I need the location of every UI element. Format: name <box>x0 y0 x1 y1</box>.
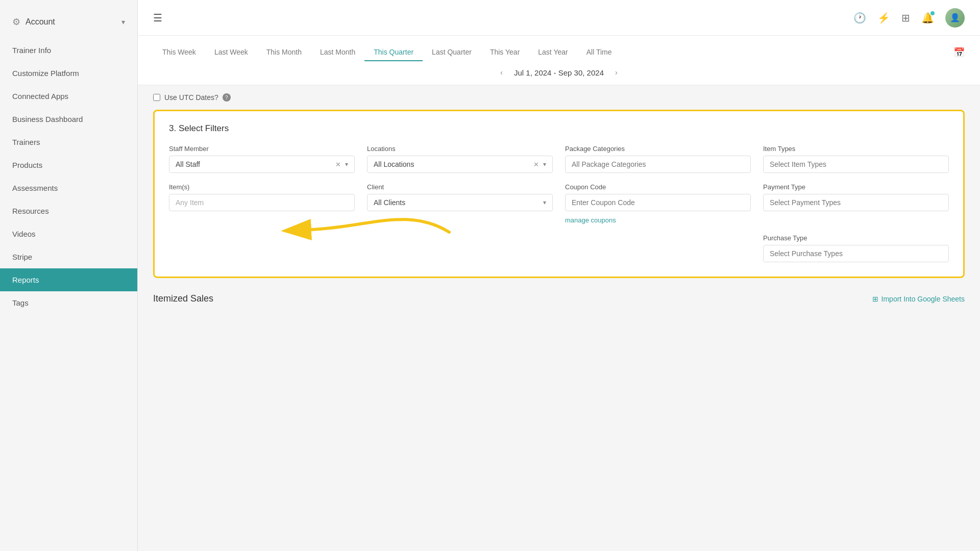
lightning-icon[interactable]: ⚡ <box>877 12 890 24</box>
locations-label: Locations <box>367 145 553 153</box>
item-types-label: Item Types <box>763 145 949 153</box>
purchase-type-field: Purchase Type <box>763 234 949 262</box>
coupon-code-field: Coupon Code manage coupons <box>565 183 751 224</box>
gear-icon: ⚙ <box>12 16 20 28</box>
tab-this-month[interactable]: This Month <box>257 44 311 61</box>
topbar-right: 🕐 ⚡ ⊞ 🔔 👤 <box>853 8 965 28</box>
prev-date-arrow[interactable]: ‹ <box>497 66 506 79</box>
coupon-code-input[interactable] <box>565 194 751 211</box>
calendar-icon[interactable]: 📅 <box>953 47 965 58</box>
grid-icon[interactable]: ⊞ <box>901 12 910 24</box>
locations-field: Locations All Locations ✕ ▾ <box>367 145 553 173</box>
staff-member-clear-icon[interactable]: ✕ <box>335 161 341 168</box>
date-range-text: Jul 1, 2024 - Sep 30, 2024 <box>514 68 604 77</box>
sidebar-item-connected-apps[interactable]: Connected Apps <box>0 85 137 108</box>
filter-section: 3. Select Filters Staff Member All Staff… <box>153 110 965 278</box>
tab-this-quarter[interactable]: This Quarter <box>364 44 423 61</box>
tab-this-week[interactable]: This Week <box>153 44 205 61</box>
sidebar-item-trainer-info[interactable]: Trainer Info <box>0 39 137 62</box>
table-icon: ⊞ <box>872 295 878 303</box>
avatar[interactable]: 👤 <box>945 8 965 28</box>
utc-section: Use UTC Dates? ? <box>138 85 980 110</box>
client-value: All Clients <box>374 198 539 207</box>
sidebar-item-videos[interactable]: Videos <box>0 222 137 245</box>
package-categories-label: Package Categories <box>565 145 751 153</box>
bottom-section: Itemized Sales ⊞ Import Into Google Shee… <box>138 288 980 309</box>
hamburger-icon[interactable]: ☰ <box>153 12 162 24</box>
staff-member-label: Staff Member <box>169 145 355 153</box>
sidebar-item-stripe[interactable]: Stripe <box>0 245 137 268</box>
sidebar-item-reports[interactable]: Reports <box>0 268 137 291</box>
content-area: This Week Last Week This Month Last Mont… <box>138 36 980 551</box>
tab-last-quarter[interactable]: Last Quarter <box>423 44 481 61</box>
next-date-arrow[interactable]: › <box>612 66 621 79</box>
locations-arrow-icon: ▾ <box>543 161 546 168</box>
staff-member-select[interactable]: All Staff ✕ ▾ <box>169 156 355 173</box>
manage-coupons-link[interactable]: manage coupons <box>565 216 751 224</box>
item-types-field: Item Types <box>763 145 949 173</box>
filter-section-wrapper: 3. Select Filters Staff Member All Staff… <box>153 110 965 278</box>
sidebar-item-trainers[interactable]: Trainers <box>0 131 137 154</box>
notification-dot <box>930 11 935 15</box>
staff-member-arrow-icon: ▾ <box>345 161 348 168</box>
client-arrow-icon: ▾ <box>543 199 546 206</box>
date-range-row: ‹ Jul 1, 2024 - Sep 30, 2024 › <box>153 66 965 79</box>
client-select[interactable]: All Clients ▾ <box>367 194 553 211</box>
staff-member-value: All Staff <box>176 160 331 168</box>
topbar: ☰ 🕐 ⚡ ⊞ 🔔 👤 <box>138 0 980 36</box>
help-icon[interactable]: ? <box>223 93 231 102</box>
date-tabs: This Week Last Week This Month Last Mont… <box>153 44 621 61</box>
account-label: Account <box>26 17 116 27</box>
tab-last-week[interactable]: Last Week <box>205 44 257 61</box>
date-nav: This Week Last Week This Month Last Mont… <box>138 36 980 85</box>
package-categories-field: Package Categories <box>565 145 751 173</box>
account-section[interactable]: ⚙ Account ▾ <box>0 10 137 34</box>
sidebar-item-customize-platform[interactable]: Customize Platform <box>0 62 137 85</box>
sidebar-item-resources[interactable]: Resources <box>0 199 137 222</box>
utc-label[interactable]: Use UTC Dates? ? <box>153 93 965 102</box>
items-placeholder: Any Item <box>176 198 348 207</box>
staff-member-field: Staff Member All Staff ✕ ▾ <box>169 145 355 173</box>
items-select[interactable]: Any Item <box>169 194 355 211</box>
client-field: Client All Clients ▾ <box>367 183 553 224</box>
client-label: Client <box>367 183 553 191</box>
locations-value: All Locations <box>374 160 529 168</box>
filter-title: 3. Select Filters <box>169 123 949 134</box>
date-tabs-row: This Week Last Week This Month Last Mont… <box>153 44 965 61</box>
item-types-input[interactable] <box>763 156 949 173</box>
clock-icon[interactable]: 🕐 <box>853 12 866 24</box>
coupon-code-label: Coupon Code <box>565 183 751 191</box>
topbar-left: ☰ <box>153 12 162 24</box>
sidebar-item-tags[interactable]: Tags <box>0 291 137 314</box>
sidebar-item-business-dashboard[interactable]: Business Dashboard <box>0 108 137 131</box>
purchase-type-label: Purchase Type <box>763 234 949 242</box>
items-label: Item(s) <box>169 183 355 191</box>
sidebar-nav: Trainer Info Customize Platform Connecte… <box>0 34 137 319</box>
sidebar-item-assessments[interactable]: Assessments <box>0 177 137 199</box>
sidebar-item-products[interactable]: Products <box>0 154 137 177</box>
utc-checkbox[interactable] <box>153 94 160 101</box>
package-categories-input[interactable] <box>565 156 751 173</box>
payment-type-label: Payment Type <box>763 183 949 191</box>
main-content: ☰ 🕐 ⚡ ⊞ 🔔 👤 This Week Last Week This Mon… <box>138 0 980 551</box>
tab-last-month[interactable]: Last Month <box>311 44 364 61</box>
locations-select[interactable]: All Locations ✕ ▾ <box>367 156 553 173</box>
payment-type-field: Payment Type <box>763 183 949 224</box>
payment-type-input[interactable] <box>763 194 949 211</box>
tab-all-time[interactable]: All Time <box>577 44 621 61</box>
import-label: Import Into Google Sheets <box>881 295 965 303</box>
bell-icon[interactable]: 🔔 <box>921 12 934 24</box>
locations-clear-icon[interactable]: ✕ <box>533 161 539 168</box>
sidebar: ⚙ Account ▾ Trainer Info Customize Platf… <box>0 0 138 551</box>
purchase-type-input[interactable] <box>763 245 949 262</box>
chevron-down-icon: ▾ <box>121 18 125 26</box>
tab-last-year[interactable]: Last Year <box>529 44 577 61</box>
items-field: Item(s) Any Item <box>169 183 355 224</box>
utc-label-text: Use UTC Dates? <box>164 93 218 102</box>
itemized-sales-title: Itemized Sales <box>153 293 213 304</box>
import-google-sheets-link[interactable]: ⊞ Import Into Google Sheets <box>872 295 965 303</box>
filter-grid: Staff Member All Staff ✕ ▾ Locations All… <box>169 145 949 262</box>
tab-this-year[interactable]: This Year <box>481 44 529 61</box>
